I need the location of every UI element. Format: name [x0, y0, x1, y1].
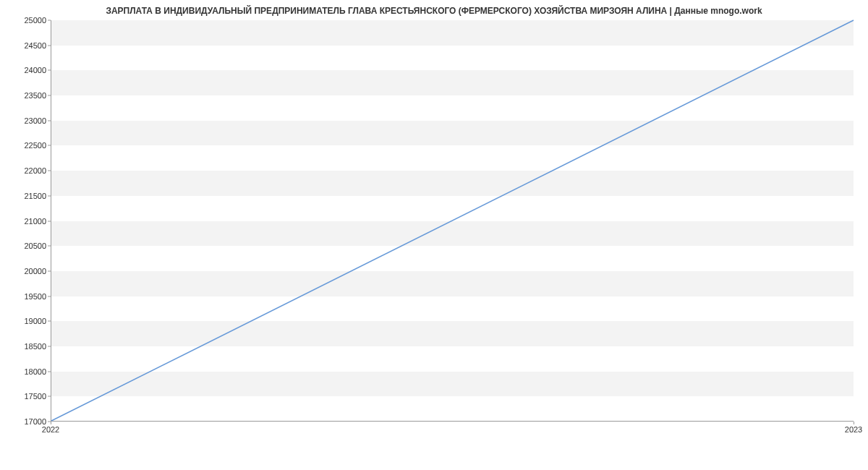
y-tick-label: 23000	[6, 116, 46, 125]
y-tick-label: 24500	[6, 41, 46, 50]
x-tick-mark	[51, 422, 51, 424]
y-tick-mark	[48, 296, 51, 296]
y-tick-label: 19500	[6, 292, 46, 301]
y-tick-mark	[48, 396, 51, 397]
y-tick-label: 19000	[6, 317, 46, 325]
y-tick-label: 18000	[6, 367, 46, 376]
y-tick-label: 21000	[6, 217, 46, 226]
y-tick-label: 23500	[6, 91, 46, 100]
y-tick-mark	[48, 70, 51, 71]
y-tick-mark	[48, 145, 51, 146]
y-tick-mark	[48, 120, 51, 121]
y-tick-label: 24000	[6, 66, 46, 74]
y-tick-label: 20500	[6, 242, 46, 250]
data-line	[51, 20, 854, 421]
chart-line-layer	[51, 20, 854, 421]
y-tick-label: 17500	[6, 392, 46, 401]
y-tick-label: 17000	[6, 417, 46, 426]
y-tick-mark	[48, 95, 51, 96]
x-tick-mark	[854, 422, 854, 424]
y-tick-label: 22500	[6, 141, 46, 150]
y-tick-mark	[48, 171, 51, 171]
y-tick-label: 20000	[6, 267, 46, 275]
y-tick-mark	[48, 246, 51, 247]
chart-title: ЗАРПЛАТА В ИНДИВИДУАЛЬНЫЙ ПРЕДПРИНИМАТЕЛ…	[0, 6, 868, 16]
y-tick-label: 22000	[6, 166, 46, 175]
y-tick-label: 25000	[6, 16, 46, 25]
y-tick-mark	[48, 270, 51, 271]
chart-container: ЗАРПЛАТА В ИНДИВИДУАЛЬНЫЙ ПРЕДПРИНИМАТЕЛ…	[0, 0, 868, 470]
plot-area	[51, 20, 854, 422]
y-tick-mark	[48, 346, 51, 346]
y-tick-label: 18500	[6, 342, 46, 351]
x-tick-label: 2023	[845, 425, 862, 434]
y-tick-mark	[48, 20, 51, 21]
y-tick-label: 21500	[6, 192, 46, 200]
y-tick-mark	[48, 321, 51, 322]
y-tick-mark	[48, 221, 51, 221]
y-tick-mark	[48, 371, 51, 372]
y-tick-mark	[48, 45, 51, 46]
y-tick-mark	[48, 195, 51, 196]
x-tick-label: 2022	[42, 425, 59, 434]
